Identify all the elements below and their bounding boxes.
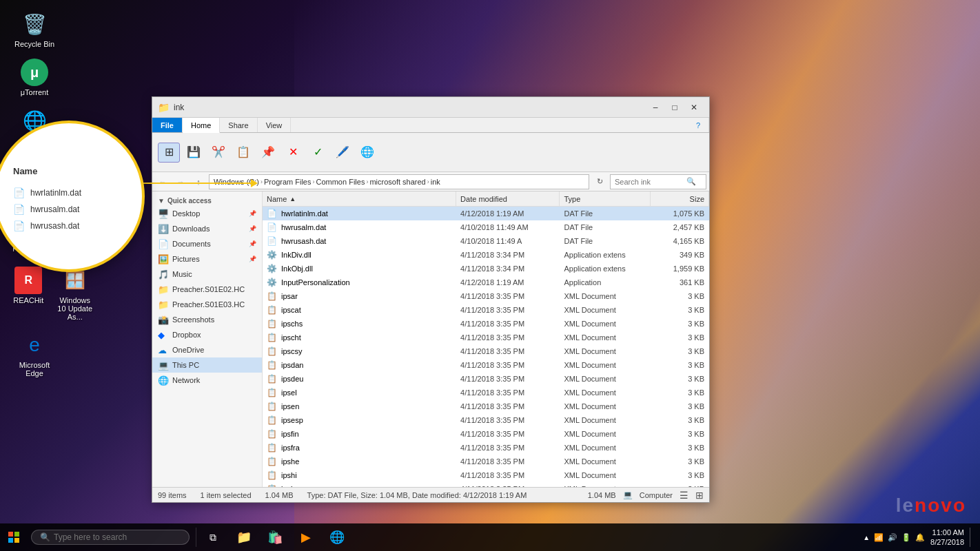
nav-item-documents[interactable]: 📄 Documents 📌 <box>152 236 262 251</box>
search-box[interactable]: 🔍 <box>610 174 706 189</box>
ribbon-btn-rename[interactable]: 🖊️ <box>331 143 354 162</box>
window-controls: – □ ✕ <box>646 98 704 117</box>
item-count: 99 items <box>158 491 187 499</box>
nav-item-downloads[interactable]: ⬇️ Downloads 📌 <box>152 221 262 236</box>
nav-up-button[interactable]: ↑ <box>191 174 206 189</box>
systray-notification-icon[interactable]: 🔔 <box>915 533 925 542</box>
systray-arrow[interactable]: ▲ <box>863 534 870 541</box>
ribbon-btn-paste[interactable]: 📌 <box>257 143 279 162</box>
task-view-button[interactable]: ⧉ <box>199 523 227 551</box>
table-row[interactable]: 📋 ipsesp 4/11/2018 3:35 PM XML Document … <box>263 413 709 427</box>
cell-size: 3 KB <box>651 386 709 399</box>
nav-item-onedrive[interactable]: ☁ OneDrive <box>152 342 262 357</box>
cell-date: 4/11/2018 3:35 PM <box>456 317 560 331</box>
desktop-icon-reachit[interactable]: R REACHit <box>7 263 50 324</box>
nav-forward-button[interactable]: → <box>173 174 188 189</box>
taskbar-chrome-icon[interactable]: 🌐 <box>323 523 351 551</box>
column-header-type[interactable]: Type <box>560 191 651 206</box>
ribbon-btn-delete[interactable]: ✕ <box>282 143 304 162</box>
table-row[interactable]: 📋 ipsdeu 4/11/2018 3:35 PM XML Document … <box>263 372 709 386</box>
nav-label-this-pc: This PC <box>172 361 256 369</box>
nav-item-pictures[interactable]: 🖼️ Pictures 📌 <box>152 251 262 267</box>
cell-type: XML Document <box>560 427 651 441</box>
table-row[interactable]: 📋 ipsar 4/11/2018 3:35 PM XML Document 3… <box>263 289 709 303</box>
file-type-icon: ⚙️ <box>267 264 278 273</box>
tab-home[interactable]: Home <box>183 118 220 133</box>
filename-text: ipsar <box>281 292 298 300</box>
ribbon-btn-cut[interactable]: ✂️ <box>207 143 229 162</box>
taskbar-search-input[interactable] <box>54 532 171 542</box>
nav-item-screenshots[interactable]: 📸 Screenshots <box>152 312 262 327</box>
desktop-icon-recycle-bin[interactable]: 🗑️ Recycle Bin <box>7 7 62 52</box>
table-row[interactable]: 📋 ipsfra 4/11/2018 3:35 PM XML Document … <box>263 441 709 455</box>
table-row[interactable]: 📄 hwrlatinlm.dat 4/12/2018 1:19 AM DAT F… <box>263 207 709 220</box>
folder-icon: 📁 <box>158 102 170 113</box>
maximize-button[interactable]: □ <box>665 98 684 117</box>
cell-type: Application <box>560 276 651 289</box>
popup-file-2-icon: 📄 <box>13 204 25 215</box>
desktop-icon-windows-update[interactable]: 🪟 Windows 10 Update As... <box>54 263 97 324</box>
nav-item-preacher-s01e03[interactable]: 📁 Preacher.S01E03.HC <box>152 297 262 312</box>
table-row[interactable]: 📋 ipscsy 4/11/2018 3:35 PM XML Document … <box>263 344 709 358</box>
table-row[interactable]: 📋 ipsfin 4/11/2018 3:35 PM XML Document … <box>263 427 709 441</box>
nav-label-preacher-s01e03: Preacher.S01E03.HC <box>172 300 256 309</box>
cell-filename: 📋 ipsel <box>263 386 456 399</box>
table-row[interactable]: ⚙️ InkDiv.dll 4/11/2018 3:34 PM Applicat… <box>263 248 709 262</box>
table-row[interactable]: 📋 ipsen 4/11/2018 3:35 PM XML Document 3… <box>263 399 709 413</box>
tab-share[interactable]: Share <box>220 118 257 132</box>
table-row[interactable]: ⚙️ InkObj.dll 4/11/2018 3:34 PM Applicat… <box>263 262 709 276</box>
filename-text: ipsdan <box>281 361 303 369</box>
table-row[interactable]: 📋 ipscat 4/11/2018 3:35 PM XML Document … <box>263 303 709 317</box>
column-header-date[interactable]: Date modified <box>456 191 560 206</box>
filename-text: ipsdeu <box>281 375 303 383</box>
table-row[interactable]: 📋 ipsdan 4/11/2018 3:35 PM XML Document … <box>263 358 709 372</box>
dropbox-nav-icon: ◆ <box>158 330 169 340</box>
desktop-icon-edge[interactable]: e Microsoft Edge <box>7 328 62 381</box>
nav-item-this-pc[interactable]: 💻 This PC <box>152 357 262 373</box>
ribbon-btn-check[interactable]: ✓ <box>307 143 329 162</box>
nav-item-desktop[interactable]: 🖥️ Desktop 📌 <box>152 206 262 221</box>
table-row[interactable]: 📋 ipsel 4/11/2018 3:35 PM XML Document 3… <box>263 386 709 399</box>
tab-view[interactable]: View <box>258 118 292 132</box>
column-header-size[interactable]: Size <box>651 191 709 206</box>
table-row[interactable]: 📋 ipschs 4/11/2018 3:35 PM XML Document … <box>263 317 709 331</box>
nav-back-button[interactable]: ← <box>155 174 170 189</box>
taskbar-vlc-icon[interactable]: ▶ <box>292 523 320 551</box>
table-row[interactable]: 📋 ipshrv 4/11/2018 3:35 PM XML Document … <box>263 482 709 487</box>
column-header-name[interactable]: Name ▲ <box>263 191 456 206</box>
table-row[interactable]: 📋 ipshi 4/11/2018 3:35 PM XML Document 3… <box>263 468 709 482</box>
address-path[interactable]: Windows (C:) › Program Files › Common Fi… <box>209 174 589 189</box>
taskbar-store-icon[interactable]: 🛍️ <box>261 523 289 551</box>
cell-size: 3 KB <box>651 413 709 427</box>
table-row[interactable]: 📄 hwrusalm.dat 4/10/2018 11:49 AM DAT Fi… <box>263 220 709 234</box>
close-button[interactable]: ✕ <box>684 98 704 117</box>
taskbar-search-box[interactable]: 🔍 <box>31 530 190 545</box>
title-bar[interactable]: 📁 ink – □ ✕ <box>152 97 709 118</box>
systray-show-desktop[interactable] <box>970 528 973 547</box>
nav-item-network[interactable]: 🌐 Network <box>152 373 262 388</box>
nav-item-preacher-s01e02[interactable]: 📁 Preacher.S01E02.HC <box>152 282 262 297</box>
table-row[interactable]: 📄 hwrusash.dat 4/10/2018 11:49 A DAT Fil… <box>263 234 709 248</box>
help-button[interactable]: ? <box>688 118 709 132</box>
systray-clock[interactable]: 11:00 AM 8/27/2018 <box>930 528 964 548</box>
ribbon-btn-tiles[interactable]: ⊞ <box>158 143 180 163</box>
ribbon-btn-globe[interactable]: 🌐 <box>356 143 378 162</box>
ribbon-btn-save[interactable]: 💾 <box>183 143 205 162</box>
check-icon: ✓ <box>314 145 323 158</box>
view-details-button[interactable]: ☰ <box>680 490 688 501</box>
view-tiles-button[interactable]: ⊞ <box>695 490 704 501</box>
minimize-button[interactable]: – <box>646 98 665 117</box>
search-input[interactable] <box>615 178 684 186</box>
refresh-button[interactable]: ↻ <box>592 174 607 189</box>
desktop-icon-utorrent[interactable]: μ μTorrent <box>7 55 62 100</box>
start-button[interactable] <box>0 523 28 551</box>
nav-item-dropbox[interactable]: ◆ Dropbox <box>152 327 262 342</box>
table-row[interactable]: 📋 ipshe 4/11/2018 3:35 PM XML Document 3… <box>263 455 709 468</box>
nav-item-music[interactable]: 🎵 Music <box>152 267 262 282</box>
ribbon-btn-copy[interactable]: 📋 <box>232 143 254 162</box>
cell-filename: 📋 ipshe <box>263 455 456 468</box>
taskbar-file-explorer-icon[interactable]: 📁 <box>230 523 258 551</box>
table-row[interactable]: ⚙️ InputPersonalization 4/12/2018 1:19 A… <box>263 276 709 289</box>
tab-file[interactable]: File <box>152 118 183 132</box>
table-row[interactable]: 📋 ipscht 4/11/2018 3:35 PM XML Document … <box>263 331 709 344</box>
